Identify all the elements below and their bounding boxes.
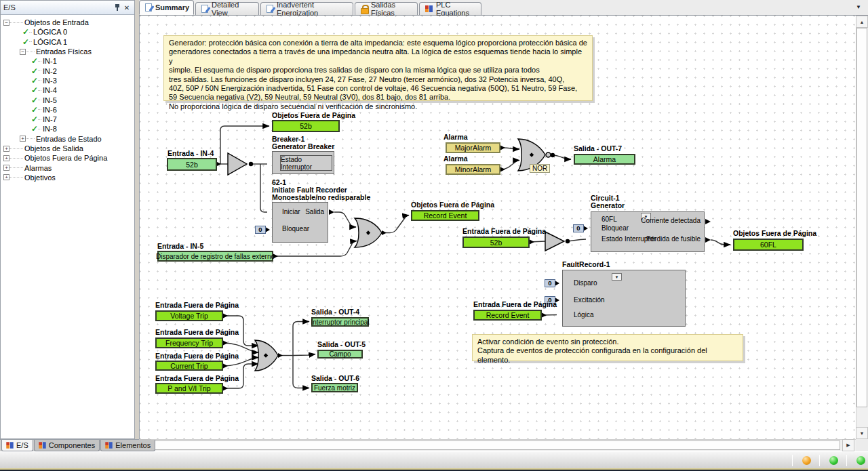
tree-item-in2[interactable]: ✓IN-2 — [1, 66, 134, 75]
bottom-tab-es[interactable]: E/S — [1, 440, 33, 451]
tab-overflow-dropdown-icon[interactable]: ▼ — [856, 4, 861, 10]
record-event-out-box[interactable]: Record Event — [411, 210, 479, 221]
diagram-canvas[interactable]: Generador: protección básica con conexió… — [139, 16, 856, 439]
wire — [260, 164, 267, 212]
horizontal-scrollbar-thumb[interactable] — [152, 441, 840, 450]
wire — [500, 161, 519, 170]
offpage-60fl-label: Objetos Fuera de Página — [733, 229, 816, 237]
trip1-box[interactable]: Voltage Trip — [155, 310, 223, 321]
offpage-60fl-box[interactable]: 60FL — [733, 239, 804, 251]
check-icon: ✓ — [31, 106, 38, 113]
status-led-green-2 — [856, 456, 865, 465]
input-in4-box[interactable]: 52b — [167, 158, 217, 171]
close-icon[interactable]: ✕ — [122, 3, 132, 12]
offpage-output-52b[interactable]: 52b — [272, 120, 340, 132]
tree-item-entradas-estado[interactable]: +Entradas de Estado — [1, 134, 134, 144]
wire — [273, 241, 357, 257]
output-stub — [542, 313, 547, 318]
tree-collapse-icon[interactable]: − — [3, 20, 9, 26]
trip2-box[interactable]: Frequency Trip — [155, 337, 223, 348]
note-annotation-generator[interactable]: Generador: protección básica con conexió… — [163, 35, 593, 101]
status-led-green-1 — [829, 456, 838, 465]
junction-dot — [566, 239, 570, 243]
output-out5-box[interactable]: Campo — [317, 350, 363, 359]
tree-item-in1[interactable]: ✓IN-1 — [1, 56, 134, 66]
note-annotation-event[interactable]: Activar condición de evento sin protecci… — [472, 334, 743, 361]
offpage-input-52b-label: Entrada Fuera de Página — [462, 227, 546, 235]
record-event-in-label: Entrada Fuera de Página — [473, 300, 557, 308]
trip3-label: Entrada Fuera de Página — [155, 352, 239, 360]
tree-item-objetivos[interactable]: +Objetivos — [1, 173, 134, 182]
output-stub — [555, 281, 559, 286]
output-out6-box[interactable]: Fuerza motriz — [311, 383, 358, 392]
tab-summary[interactable]: Summary — [139, 0, 194, 15]
timer-const-0[interactable]: 0 — [255, 226, 266, 234]
breaker-block[interactable]: Estado Interruptor — [272, 151, 334, 174]
faultrecord-dropdown-icon[interactable]: ▼ — [612, 273, 622, 281]
offpage-input-52b-box[interactable]: 52b — [462, 237, 530, 248]
tree-item-in5[interactable]: ✓IN-5 — [1, 95, 134, 104]
tree-item-objetos-fuera-pagina[interactable]: +Objetos Fuera de Página — [1, 153, 134, 163]
tree-item-in4[interactable]: ✓IN-4 — [1, 85, 134, 95]
faultrecord-const-0a[interactable]: 0 — [545, 279, 555, 287]
output-out4-box[interactable]: Interruptor principal — [311, 317, 369, 327]
tree-item-logica1[interactable]: ✓LÓGICA 1 — [1, 37, 134, 47]
scrollbar-corner — [856, 439, 868, 451]
gate-mark — [530, 152, 534, 157]
status-separator — [792, 455, 793, 466]
breaker-subtitle: Generator Breaker — [272, 142, 334, 150]
io-tree: −Objetos de Entrada ✓LÓGICA 0 ✓LÓGICA 1 … — [1, 15, 134, 182]
trip4-box[interactable]: P and V/I Trip — [155, 383, 223, 394]
pin-icon[interactable] — [113, 3, 122, 12]
tree-item-in3[interactable]: ✓IN-3 — [1, 76, 134, 85]
input-in5-box[interactable]: Disparador de registro de fallas externo — [157, 251, 273, 262]
tree-item-alarmas[interactable]: +Alarmas — [1, 163, 134, 172]
gate-mark — [366, 230, 370, 234]
tree-item-objetos-salida[interactable]: +Objetos de Salida — [1, 144, 134, 153]
bottom-tab-componentes[interactable]: Componentes — [34, 440, 100, 451]
alarm-minor-box[interactable]: MinorAlarm — [446, 164, 500, 175]
tree-collapse-icon[interactable]: − — [20, 49, 26, 55]
bottom-tab-elementos[interactable]: Elementos — [100, 440, 155, 451]
status-led-orange — [802, 456, 811, 465]
tab-salidas-fisicas[interactable]: Salidas Físicas — [355, 2, 418, 15]
grid-icon — [106, 442, 113, 449]
panel-title: E/S — [3, 3, 16, 12]
alarm-major-label: Alarma — [443, 133, 468, 141]
tree-expand-icon[interactable]: + — [3, 174, 9, 180]
tree-expand-icon[interactable]: + — [3, 155, 9, 161]
scroll-right-icon[interactable]: ▶ — [842, 439, 854, 451]
tree-item-in7[interactable]: ✓IN-7 — [1, 115, 134, 124]
tree-item-entradas-fisicas[interactable]: −Entradas Físicas — [1, 47, 134, 56]
output-out7-box[interactable]: Alarma — [574, 154, 635, 165]
wire — [500, 148, 519, 149]
circuit-const-0[interactable]: 0 — [573, 224, 584, 232]
tree-expand-icon[interactable]: + — [20, 136, 26, 142]
tree-item-in6[interactable]: ✓IN-6 — [1, 105, 134, 115]
scroll-up-icon[interactable]: ▲ — [856, 16, 868, 28]
trip3-box[interactable]: Current Trip — [155, 361, 223, 371]
grid-icon — [425, 5, 433, 12]
scroll-down-icon[interactable]: ▼ — [856, 427, 868, 439]
check-icon: ✓ — [31, 68, 38, 75]
tree-item-in8[interactable]: ✓IN-8 — [1, 124, 134, 134]
alarm-major-box[interactable]: MajorAlarm — [446, 142, 500, 153]
vertical-scrollbar-thumb[interactable] — [856, 28, 867, 407]
wire — [223, 343, 258, 352]
tab-plc-equations[interactable]: PLC Equations — [419, 2, 481, 15]
tab-detailed-view[interactable]: Detailed View — [195, 2, 259, 15]
output-stub — [278, 353, 283, 358]
faultrecord-title: FaultRecord-1 — [562, 260, 610, 268]
input-in5-label: Entrada - IN-5 — [157, 242, 203, 250]
tab-inadvertent-energization[interactable]: Inadvertent Energization — [260, 2, 353, 15]
record-event-in-box[interactable]: Record Event — [473, 310, 542, 321]
junction-dot — [249, 162, 253, 166]
wire — [220, 126, 269, 164]
tree-item-objetos-entrada[interactable]: −Objetos de Entrada — [1, 18, 134, 27]
tree-item-logica0[interactable]: ✓LÓGICA 0 — [1, 27, 134, 37]
record-event-out-label: Objetos Fuera de Página — [411, 201, 494, 209]
check-icon: ✓ — [31, 77, 38, 84]
wire — [334, 212, 356, 227]
tree-expand-icon[interactable]: + — [3, 165, 9, 171]
tree-expand-icon[interactable]: + — [3, 146, 9, 152]
